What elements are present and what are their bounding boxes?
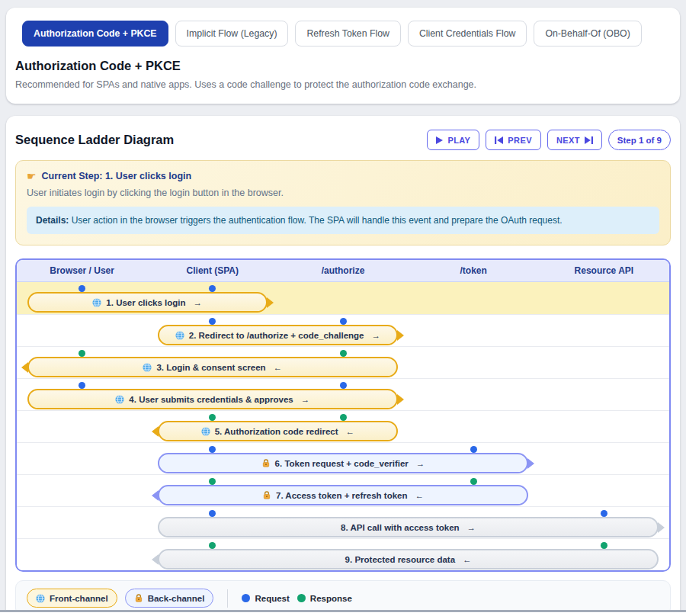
- current-step-details: Details: User action in the browser trig…: [27, 207, 659, 234]
- details-label: Details:: [36, 215, 69, 226]
- chevron-left-icon: [152, 426, 159, 437]
- response-dot: [79, 350, 85, 357]
- details-text-value: User action in the browser triggers the …: [72, 215, 563, 226]
- response-dot: [340, 414, 347, 421]
- legend-divider: [227, 589, 228, 608]
- request-dot-icon: [242, 594, 250, 602]
- chevron-right-icon: [397, 330, 404, 341]
- response-dot: [209, 542, 216, 549]
- message-label: 2. Redirect to /authorize + code_challen…: [189, 331, 364, 340]
- flow-description: Recommended for SPAs and native apps. Us…: [15, 79, 671, 90]
- chevron-right-icon: [267, 297, 274, 308]
- lane-label-authorize: /authorize: [277, 265, 408, 276]
- message-pill-step-2[interactable]: 2. Redirect to /authorize + code_challen…: [158, 325, 398, 345]
- response-dot: [209, 414, 216, 421]
- message-label: 1. User clicks login: [106, 298, 185, 307]
- flow-tabs: Authorization Code + PKCEImplicit Flow (…: [15, 21, 671, 47]
- panel-title: Sequence Ladder Diagram: [15, 133, 174, 147]
- sequence-ladder-diagram: Browser / UserClient (SPA)/authorize/tok…: [15, 258, 671, 572]
- message-label: 5. Authorization code redirect: [215, 427, 338, 436]
- message-label: 7. Access token + refresh token: [276, 491, 407, 500]
- request-dot: [209, 318, 216, 325]
- sequence-rows: 1. User clicks login→2. Redirect to /aut…: [17, 282, 669, 570]
- sequence-step-row-6: 6. Token request + code_verifier→: [17, 442, 669, 474]
- back-channel-label: Back-channel: [148, 594, 205, 603]
- prev-button-label: PREV: [508, 136, 532, 145]
- arrow-right-glyph: →: [301, 395, 310, 404]
- sequence-step-row-7: 7. Access token + refresh token←: [17, 474, 669, 506]
- globe-icon: [36, 594, 45, 603]
- flow-tab-implicit-flow-legacy[interactable]: Implicit Flow (Legacy): [175, 21, 289, 47]
- flow-selector-card: Authorization Code + PKCEImplicit Flow (…: [6, 8, 680, 104]
- message-pill-step-1[interactable]: 1. User clicks login→: [27, 292, 268, 313]
- lock-icon: [134, 593, 143, 603]
- message-label: 8. API call with access token: [341, 523, 460, 532]
- flow-tab-client-credentials-flow[interactable]: Client Credentials Flow: [408, 21, 527, 47]
- message-pill-step-9[interactable]: 9. Protected resource data←: [158, 549, 659, 569]
- skip-forward-icon: [585, 136, 593, 144]
- globe-icon: [115, 395, 124, 404]
- response-dot: [209, 478, 216, 485]
- response-label: Response: [310, 594, 352, 603]
- chevron-left-icon: [152, 554, 159, 565]
- message-pill-step-8[interactable]: 8. API call with access token→: [158, 517, 659, 537]
- message-label: 3. Login & consent screen: [156, 363, 265, 372]
- message-pill-step-6[interactable]: 6. Token request + code_verifier→: [158, 453, 528, 473]
- lock-icon: [261, 458, 271, 468]
- current-step-title: Current Step: 1. User clicks login: [42, 171, 192, 181]
- lane-label-token: /token: [409, 265, 539, 276]
- request-dot: [340, 382, 347, 389]
- message-pill-step-5[interactable]: 5. Authorization code redirect←: [158, 421, 398, 441]
- message-label: 4. User submits credentials & approves: [129, 395, 293, 404]
- arrow-right-glyph: →: [194, 298, 203, 307]
- response-dot: [601, 542, 607, 549]
- message-pill-step-4[interactable]: 4. User submits credentials & approves→: [27, 389, 398, 409]
- skip-back-icon: [495, 136, 503, 144]
- playback-controls: PLAY PREV NEXT Step 1 of 9: [427, 130, 671, 150]
- globe-icon: [175, 331, 184, 340]
- message-pill-step-7[interactable]: 7. Access token + refresh token←: [158, 485, 528, 505]
- play-icon: [436, 136, 443, 144]
- sequence-step-row-2: 2. Redirect to /authorize + code_challen…: [17, 314, 669, 346]
- sequence-step-row-9: 9. Protected resource data←: [17, 538, 669, 570]
- message-label: 6. Token request + code_verifier: [275, 459, 409, 468]
- arrow-left-glyph: ←: [463, 555, 472, 564]
- viewport-bottom-edge: [0, 610, 686, 616]
- lane-label-client-spa: Client (SPA): [147, 265, 277, 276]
- legend-back-channel: Back-channel: [125, 589, 214, 608]
- play-button-label: PLAY: [447, 136, 470, 145]
- sequence-step-row-5: 5. Authorization code redirect←: [17, 410, 669, 442]
- request-dot: [79, 285, 85, 292]
- arrow-right-glyph: →: [416, 459, 425, 468]
- request-dot: [209, 446, 216, 453]
- lock-icon: [262, 490, 271, 500]
- chevron-left-icon: [152, 490, 159, 501]
- request-dot: [601, 510, 607, 517]
- sequence-step-row-1: 1. User clicks login→: [17, 282, 669, 314]
- flow-tab-refresh-token-flow[interactable]: Refresh Token Flow: [295, 21, 400, 47]
- arrow-left-glyph: ←: [415, 491, 424, 500]
- prev-button[interactable]: PREV: [486, 130, 541, 150]
- request-dot: [470, 446, 477, 453]
- chevron-left-icon: [21, 362, 28, 373]
- front-channel-label: Front-channel: [50, 594, 108, 603]
- flow-title: Authorization Code + PKCE: [15, 59, 671, 73]
- sequence-step-row-4: 4. User submits credentials & approves→: [17, 378, 669, 410]
- message-pill-step-3[interactable]: 3. Login & consent screen←: [27, 357, 398, 377]
- lane-label-resource-api: Resource API: [539, 265, 669, 276]
- request-label: Request: [255, 594, 289, 603]
- request-dot: [340, 318, 347, 325]
- globe-icon: [143, 363, 152, 372]
- pointing-hand-icon: ☛: [27, 171, 37, 181]
- lane-label-browser-user: Browser / User: [17, 265, 147, 276]
- next-button[interactable]: NEXT: [547, 130, 602, 150]
- play-button[interactable]: PLAY: [427, 130, 479, 150]
- flow-tab-on-behalf-of-obo[interactable]: On-Behalf-Of (OBO): [534, 21, 641, 47]
- response-dot: [340, 350, 347, 357]
- sequence-panel-card: Sequence Ladder Diagram PLAY PREV NEXT S…: [6, 116, 680, 616]
- chevron-right-icon: [527, 458, 534, 469]
- response-dot: [470, 478, 477, 485]
- legend-front-channel: Front-channel: [27, 589, 117, 608]
- current-step-callout: ☛ Current Step: 1. User clicks login Use…: [15, 160, 671, 245]
- flow-tab-authorization-code-pkce[interactable]: Authorization Code + PKCE: [22, 21, 168, 47]
